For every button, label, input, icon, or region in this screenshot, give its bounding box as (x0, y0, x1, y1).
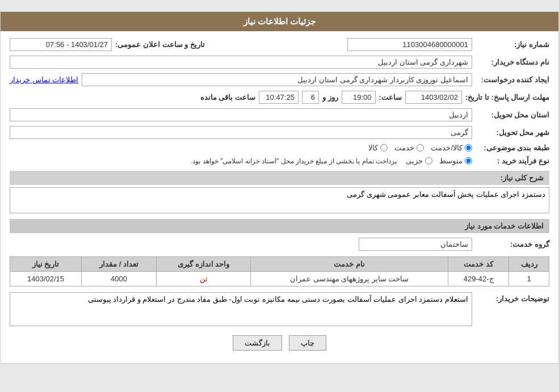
name-dastgah-label: نام دستگاه خریدار: (476, 58, 549, 66)
etela-tamas-link[interactable]: اطلاعات تماس خریدار (10, 75, 78, 84)
col-name: نام خدمت (251, 257, 448, 272)
mohlat-date: 1403/02/02 (405, 91, 462, 104)
name-dastgah-value: شهرداری گرمی استان اردبیل (10, 56, 472, 69)
page-wrapper: جزئیات اطلاعات نیاز شماره نیاز: 11030046… (0, 11, 559, 364)
cell-radif: 1 (509, 272, 549, 286)
table-row: 1ج-42-429ساخت سایر پروژههای مهندسی عمران… (10, 272, 549, 286)
table-header-row: ردیف کد خدمت نام خدمت واحد اندازه گیری ت… (10, 257, 549, 272)
row-shomara-tarikh: شماره نیاز: 1103004680000001 تاریخ و ساع… (10, 38, 549, 51)
mohlat-rooz: 6 (302, 91, 319, 104)
col-tedad: تعداد / مقدار (82, 257, 157, 272)
cell-vahed: تن (156, 272, 250, 286)
radio-motavasset[interactable]: متوسط (439, 157, 472, 165)
page-header: جزئیات اطلاعات نیاز (1, 12, 558, 31)
button-row: چاپ بازگشت (10, 335, 549, 351)
radio-jezii[interactable]: جزیی (406, 157, 432, 165)
ijad-konande-value: اسماعیل نوروزی کاربردار شهرداری گرمی است… (82, 73, 472, 86)
mohlat-rooz-label: روز و (322, 93, 338, 102)
sharh-textarea[interactable] (10, 187, 549, 213)
now-motavasset-label: متوسط (439, 157, 463, 165)
tabaqe-kala-label: کالا (368, 144, 378, 152)
page-title: جزئیات اطلاعات نیاز (243, 16, 316, 26)
row-ijad-konande: ایجاد کننده درخواست: اسماعیل نوروزی کارب… (10, 73, 549, 86)
cell-tarikh: 1403/02/15 (10, 272, 82, 286)
ijad-konande-label: ایجاد کننده درخواست: (476, 75, 549, 84)
ostan-value: اردبیل (10, 108, 472, 121)
now-jezii-label: جزیی (406, 157, 423, 165)
sharh-section-title: شرح کلی نیاز: (10, 171, 549, 185)
towzihat-textarea[interactable] (10, 292, 472, 326)
cell-name: ساخت سایر پروژههای مهندسی عمران (251, 272, 448, 286)
khadamat-section-title: اطلاعات خدمات مورد نیاز (10, 219, 549, 233)
gorohe-label: گروه خدمت: (476, 240, 549, 248)
mohlat-label: مهلت ارسال پاسخ: تا تاریخ: (465, 93, 549, 102)
row-mohlat: مهلت ارسال پاسخ: تا تاریخ: 1403/02/02 سا… (10, 91, 549, 104)
tabaqe-khadamat-label: خدمت (394, 144, 414, 152)
row-now-farayand: نوع فرآیند خرید : متوسط جزیی پرداخت تمام… (10, 157, 549, 165)
shahr-label: شهر محل تحویل: (476, 128, 549, 137)
col-tarikh: تاریخ نیاز (10, 257, 82, 272)
now-radio-group: متوسط جزیی (406, 157, 472, 165)
row-ostan: استان محل تحویل: اردبیل (10, 108, 549, 121)
mohlat-baqi: 10:47:25 (259, 91, 299, 104)
row-name-dastgah: نام دستگاه خریدار: شهرداری گرمی استان ار… (10, 56, 549, 69)
radio-kala[interactable]: کالا (368, 144, 388, 152)
mohlat-saat-label: ساعت: (379, 93, 402, 102)
towzihat-wrapper: توضیحات خریدار: (10, 292, 549, 326)
cell-tedad: 4000 (82, 272, 157, 286)
row-tabaqe: طبقه بندی موضوعی: کالا/خدمت خدمت کالا (10, 144, 549, 152)
now-description: پرداخت تمام یا بخشی از مبلغ خریداز محل "… (191, 157, 397, 165)
tabaqe-label: طبقه بندی موضوعی: (476, 144, 549, 152)
col-radif: ردیف (509, 257, 549, 272)
tarikhe-ilan-label: تاریخ و ساعت اعلان عمومی: (115, 40, 205, 49)
content-area: شماره نیاز: 1103004680000001 تاریخ و ساع… (1, 31, 558, 363)
gorohe-value: ساختمان (359, 238, 472, 251)
tarikhe-ilan-value: 1403/01/27 - 07:56 (10, 38, 112, 51)
shahr-value: گرمی (10, 126, 472, 139)
tabaqe-kala-khadamat-label: کالا/خدمت (431, 144, 463, 152)
cell-kod: ج-42-429 (448, 272, 509, 286)
radio-kala-khadamat[interactable]: کالا/خدمت (431, 144, 472, 152)
mohlat-baqi-label: ساعت باقی مانده (200, 93, 255, 102)
towzihat-label: توضیحات خریدار: (476, 292, 549, 303)
shomara-niaz-value: 1103004680000001 (347, 38, 472, 51)
row-gorohe: گروه خدمت: ساختمان (10, 238, 549, 251)
bazgasht-button[interactable]: بازگشت (233, 335, 282, 351)
row-shahr: شهر محل تحویل: گرمی (10, 126, 549, 139)
ostan-label: استان محل تحویل: (476, 111, 549, 119)
col-vahed: واحد اندازه گیری (156, 257, 250, 272)
radio-khadamat[interactable]: خدمت (394, 144, 424, 152)
services-table-section: ردیف کد خدمت نام خدمت واحد اندازه گیری ت… (10, 256, 549, 286)
chap-button[interactable]: چاپ (289, 335, 326, 351)
services-table: ردیف کد خدمت نام خدمت واحد اندازه گیری ت… (10, 256, 549, 286)
sharh-label: شرح کلی نیاز: (500, 174, 544, 182)
mohlat-saat: 19:00 (342, 91, 376, 104)
shomara-niaz-label: شماره نیاز: (476, 40, 549, 49)
now-farayand-label: نوع فرآیند خرید : (476, 157, 549, 165)
col-kod: کد خدمت (448, 257, 509, 272)
sharh-wrapper (10, 187, 549, 213)
tabaqe-radio-group: کالا/خدمت خدمت کالا (368, 144, 472, 152)
